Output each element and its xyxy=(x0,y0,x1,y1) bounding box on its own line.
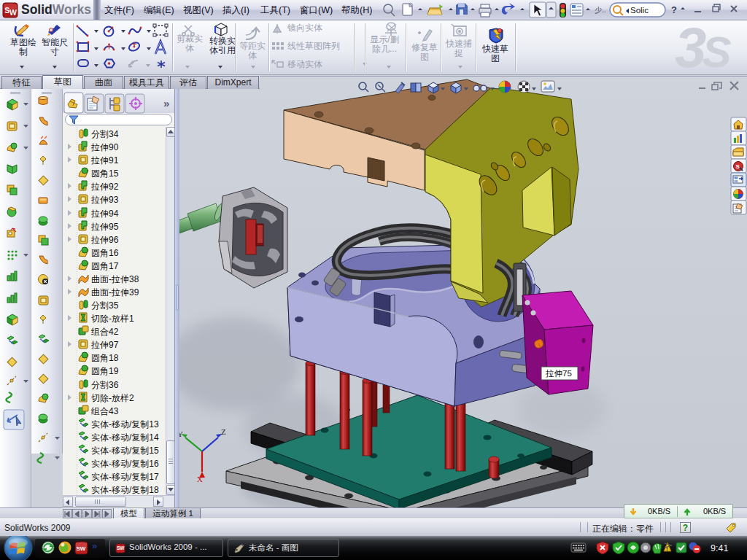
svg-text:少..: 少.. xyxy=(595,6,606,14)
svg-text:W: W xyxy=(9,8,17,17)
svg-text:»: » xyxy=(163,97,169,109)
svg-text:SW: SW xyxy=(77,545,86,552)
svg-text:S: S xyxy=(736,163,740,170)
svg-text:?: ? xyxy=(671,4,677,15)
svg-text:Solic: Solic xyxy=(630,6,649,15)
svg-text:SW: SW xyxy=(117,545,125,551)
svg-text:拉伸75: 拉伸75 xyxy=(545,369,572,378)
svg-text:»: » xyxy=(92,540,97,551)
